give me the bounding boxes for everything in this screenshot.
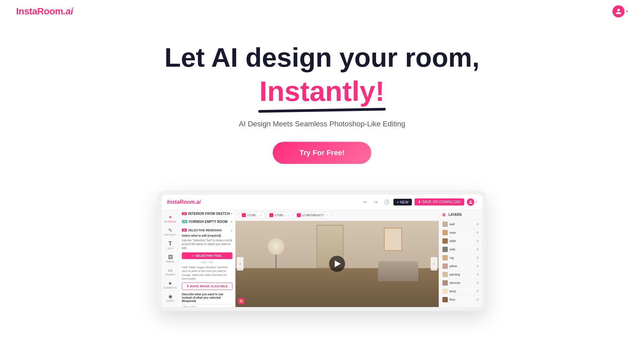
try-free-button[interactable]: Try For Free! xyxy=(273,142,371,164)
sidebar-item-img-edit[interactable]: ✎ IMG EDIT xyxy=(162,226,179,238)
layer-thumb-floor xyxy=(442,297,448,302)
layer-gear-floor[interactable]: ⚙ xyxy=(476,298,479,301)
history-button[interactable]: 🕐 xyxy=(383,198,391,206)
layer-name-ottoman: ottoman xyxy=(449,281,461,285)
layer-gear-lamp[interactable]: ⚙ xyxy=(476,290,479,293)
sidebar-item-ai-tools-label: AI TOOLS xyxy=(164,221,176,223)
tab-0-icon xyxy=(242,213,246,217)
layer-gear-table[interactable]: ⚙ xyxy=(476,239,479,243)
furnish-empty-room-dropdown[interactable]: 🏠 FURNISH EMPTY ROOM ▾ xyxy=(179,218,235,226)
select-desc: Use the "Selection Tool" to draw a circl… xyxy=(182,239,232,251)
sidebar-item-elements[interactable]: ★ ELEMENTS xyxy=(162,279,179,291)
selective-redesign-title: AI SELECTIVE REDESIGN xyxy=(182,229,222,232)
undo-button[interactable]: ↩ xyxy=(361,198,369,206)
select-label: Select what to edit (required) xyxy=(182,234,232,237)
layer-item-sofa[interactable]: sofa ⚙ xyxy=(439,245,482,254)
sidebar-item-shapes-label: SHAPES xyxy=(165,274,175,276)
user-menu[interactable]: ▾ xyxy=(612,5,628,17)
app-user-avatar xyxy=(467,198,474,206)
apps-icon: ⊞ xyxy=(168,307,172,307)
selection-tool-button[interactable]: ✓ SELECTION TOOL xyxy=(182,252,232,259)
app-sidebar: ✦ AI TOOLS ✎ IMG EDIT T TEXT 🖼 IMAGE xyxy=(162,210,179,307)
layer-item-floor[interactable]: floor ⚙ xyxy=(439,296,482,304)
layer-name-painting: painting xyxy=(449,273,460,276)
layer-item-ottoman[interactable]: ottoman ⚙ xyxy=(439,279,482,287)
app-logo-text: InstaRoom xyxy=(167,199,195,205)
tab-0-close[interactable]: × xyxy=(260,214,262,217)
layer-thumb-pillow xyxy=(442,263,448,269)
app-center: AI INTERIOR FROM SKETCH ▾ 🏠 FURNISH EMPT… xyxy=(179,210,482,307)
new-button[interactable]: + NEW xyxy=(393,199,412,205)
layers-header: ⧉ LAYERS xyxy=(439,210,482,220)
sidebar-item-text[interactable]: T TEXT xyxy=(162,239,179,252)
layer-gear-sofa[interactable]: ⚙ xyxy=(476,248,479,251)
tab-0-label: 17185... xyxy=(247,214,258,217)
layers-icon: ⧉ xyxy=(442,213,447,217)
ai-tools-icon: ✦ xyxy=(168,215,172,220)
layer-name-lamp: lamp xyxy=(449,290,456,293)
play-button[interactable] xyxy=(329,256,345,272)
sidebar-item-image[interactable]: 🖼 IMAGE xyxy=(162,252,179,265)
sidebar-item-text-label: TEXT xyxy=(167,247,173,250)
layer-gear-wall[interactable]: ⚙ xyxy=(476,223,479,226)
app-body: ✦ AI TOOLS ✎ IMG EDIT T TEXT 🖼 IMAGE xyxy=(162,210,482,307)
header: InstaRoom.ai ▾ xyxy=(0,0,644,23)
app-tabs: 17185... × 17185... × 1718570824177 xyxy=(235,210,439,221)
tab-1[interactable]: 17185... × xyxy=(266,212,292,219)
dropdown2-chevron-icon: ▾ xyxy=(231,220,232,224)
describe-textarea[interactable] xyxy=(182,304,232,307)
layer-item-wall[interactable]: wall ⚙ xyxy=(439,220,482,229)
sidebar-item-apps[interactable]: ⊞ APPS xyxy=(162,305,179,307)
save-download-button[interactable]: ⬇ SAVE OR DOWNLOAD xyxy=(415,198,464,205)
canvas-area[interactable]: ‹ xyxy=(235,221,439,307)
layer-gear-vase[interactable]: ⚙ xyxy=(476,231,479,234)
layer-item-left: table xyxy=(442,238,456,244)
furnish-room-label: 🏠 FURNISH EMPTY ROOM xyxy=(182,220,227,224)
ai-tag: AI xyxy=(182,212,187,215)
app-chevron-down-icon: ▾ xyxy=(476,200,477,203)
app-logo: InstaRoom.ai xyxy=(167,199,201,205)
app-header-controls: ↩ ↪ 🕐 + NEW ⬇ SAVE OR DOWNLOAD ▾ xyxy=(361,198,477,206)
icons-icon: ◉ xyxy=(168,294,172,299)
layer-item-painting[interactable]: painting ⚙ xyxy=(439,270,482,279)
lamp-shade xyxy=(268,238,284,255)
layer-gear-painting[interactable]: ⚙ xyxy=(476,273,479,276)
tab-2-close[interactable]: × xyxy=(326,214,328,217)
layer-item-left: wall xyxy=(442,222,455,227)
make-clickable-button[interactable]: ⬇ MAKE IMAGE CLICKABLE xyxy=(182,283,232,290)
sidebar-item-icons[interactable]: ◉ ICONS xyxy=(162,292,179,304)
sidebar-item-shapes[interactable]: ▭ SHAPES xyxy=(162,265,179,278)
redo-button[interactable]: ↪ xyxy=(372,198,380,206)
selective-redesign-header: AI SELECTIVE REDESIGN ▴ xyxy=(182,229,232,232)
layer-item-lamp[interactable]: lamp ⚙ xyxy=(439,287,482,296)
interior-sketch-text: INTERIOR FROM SKETCH xyxy=(188,212,230,216)
layer-gear-pillow[interactable]: ⚙ xyxy=(476,264,479,268)
canvas-nav-left[interactable]: ‹ xyxy=(237,257,244,270)
elements-icon: ★ xyxy=(168,281,172,286)
text-icon: T xyxy=(169,241,172,247)
layer-item-pillow[interactable]: pillow ⚙ xyxy=(439,262,482,270)
app-user-icon xyxy=(469,200,473,204)
sidebar-item-ai-tools[interactable]: ✦ AI TOOLS xyxy=(162,213,179,225)
tab-0[interactable]: 17185... × xyxy=(239,212,265,219)
tab-2[interactable]: 1718570824177 × xyxy=(294,212,331,219)
app-mockup-frame: InstaRoom.ai ↩ ↪ 🕐 + NEW ⬇ SAVE OR DOWNL… xyxy=(158,191,486,311)
layer-item-vase[interactable]: vase ⚙ xyxy=(439,229,482,237)
layer-gear-ottoman[interactable]: ⚙ xyxy=(476,281,479,285)
or-label: - AND / OR - xyxy=(182,261,232,264)
chevron-down-icon: ▾ xyxy=(626,9,628,14)
layer-thumb-painting xyxy=(442,272,448,277)
layer-thumb-table xyxy=(442,238,448,244)
tab-1-close[interactable]: × xyxy=(287,214,289,217)
layer-thumb-rug xyxy=(442,255,448,260)
layer-gear-rug[interactable]: ⚙ xyxy=(476,256,479,259)
layer-item-rug[interactable]: rug ⚙ xyxy=(439,254,482,262)
app-user-menu[interactable]: ▾ xyxy=(467,198,477,206)
layer-item-left: ottoman xyxy=(442,280,461,286)
layer-item-table[interactable]: table ⚙ xyxy=(439,237,482,245)
tab-1-icon xyxy=(269,213,273,217)
canvas-nav-right[interactable]: › xyxy=(431,257,437,270)
layers-panel: ⧉ LAYERS wall ⚙ vase ⚙ table ⚙ xyxy=(439,210,482,307)
interior-from-sketch-dropdown[interactable]: AI INTERIOR FROM SKETCH ▾ xyxy=(179,210,235,218)
interior-sketch-label: AI INTERIOR FROM SKETCH xyxy=(182,212,230,216)
